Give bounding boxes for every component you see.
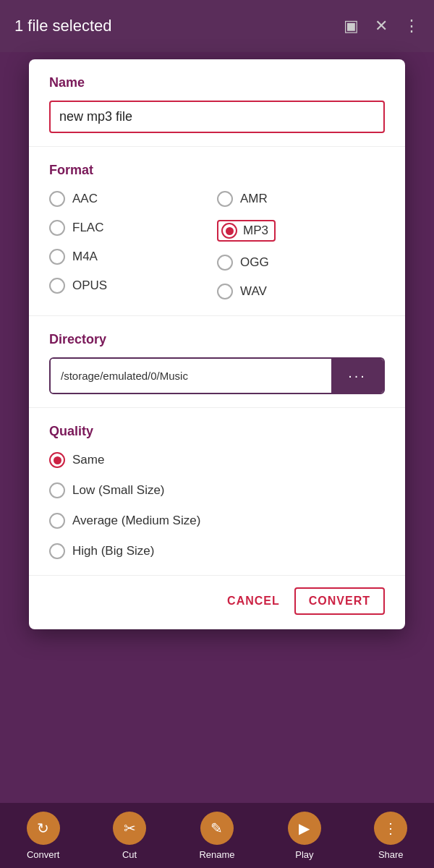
- browse-dots-icon: ···: [348, 367, 367, 384]
- format-option-flac[interactable]: FLAC: [49, 217, 217, 239]
- format-opus-label: OPUS: [72, 278, 107, 293]
- format-section: Format AAC FLAC M4A: [29, 147, 405, 316]
- action-row: CANCEL CONVERT: [29, 576, 405, 629]
- radio-wav[interactable]: [217, 284, 233, 299]
- quality-same-label: Same: [72, 453, 104, 467]
- format-mp3-label: MP3: [243, 224, 268, 238]
- convert-button[interactable]: CONVERT: [294, 587, 385, 615]
- radio-opus[interactable]: [49, 278, 65, 294]
- format-option-wav[interactable]: WAV: [217, 281, 385, 302]
- quality-list: Same Low (Small Size) Average (Medium Si…: [49, 449, 385, 562]
- mp3-selected-box[interactable]: MP3: [217, 220, 276, 242]
- quality-average-label: Average (Medium Size): [72, 514, 200, 528]
- format-label: Format: [49, 163, 385, 178]
- top-bar-title: 1 file selected: [14, 17, 112, 35]
- close-icon[interactable]: ✕: [375, 17, 388, 35]
- quality-section: Quality Same Low (Small Size) Average (M…: [29, 408, 405, 576]
- quality-option-high[interactable]: High (Big Size): [49, 540, 385, 562]
- format-grid: AAC FLAC M4A OPUS: [49, 188, 385, 302]
- directory-label: Directory: [49, 332, 385, 347]
- radio-mp3[interactable]: [221, 223, 237, 239]
- more-icon[interactable]: ⋮: [404, 17, 420, 35]
- format-ogg-label: OGG: [240, 255, 269, 270]
- modal-backdrop: Name Format AAC FLAC: [0, 52, 434, 868]
- radio-m4a[interactable]: [49, 249, 65, 265]
- radio-same-inner: [54, 456, 61, 464]
- radio-average[interactable]: [49, 513, 65, 529]
- format-flac-label: FLAC: [72, 221, 103, 235]
- quality-high-label: High (Big Size): [72, 544, 154, 558]
- radio-same[interactable]: [49, 452, 65, 468]
- format-amr-label: AMR: [240, 192, 268, 206]
- directory-section: Directory /storage/emulated/0/Music ···: [29, 316, 405, 408]
- checkbox-icon[interactable]: ▣: [344, 17, 359, 35]
- format-wav-label: WAV: [240, 284, 267, 299]
- format-option-opus[interactable]: OPUS: [49, 275, 217, 297]
- radio-low[interactable]: [49, 482, 65, 498]
- name-input[interactable]: [49, 101, 385, 133]
- radio-ogg[interactable]: [217, 255, 233, 271]
- radio-amr[interactable]: [217, 191, 233, 207]
- format-option-amr[interactable]: AMR: [217, 188, 385, 210]
- format-option-mp3[interactable]: MP3: [217, 217, 385, 244]
- format-option-m4a[interactable]: M4A: [49, 246, 217, 268]
- name-section: Name: [29, 59, 405, 147]
- quality-option-average[interactable]: Average (Medium Size): [49, 510, 385, 532]
- format-aac-label: AAC: [72, 192, 98, 206]
- directory-browse-button[interactable]: ···: [331, 359, 383, 393]
- top-bar: 1 file selected ▣ ✕ ⋮: [0, 0, 434, 52]
- quality-option-low[interactable]: Low (Small Size): [49, 480, 385, 501]
- quality-option-same[interactable]: Same: [49, 449, 385, 471]
- name-label: Name: [49, 75, 385, 90]
- format-option-ogg[interactable]: OGG: [217, 252, 385, 273]
- radio-mp3-inner: [226, 227, 234, 235]
- directory-path: /storage/emulated/0/Music: [51, 359, 331, 393]
- radio-flac[interactable]: [49, 220, 65, 236]
- quality-label: Quality: [49, 424, 385, 439]
- top-bar-icons: ▣ ✕ ⋮: [344, 17, 420, 35]
- cancel-button[interactable]: CANCEL: [227, 595, 280, 608]
- format-option-aac[interactable]: AAC: [49, 188, 217, 210]
- format-m4a-label: M4A: [72, 250, 98, 264]
- radio-aac[interactable]: [49, 191, 65, 207]
- quality-low-label: Low (Small Size): [72, 483, 165, 498]
- convert-modal: Name Format AAC FLAC: [29, 59, 405, 629]
- radio-high[interactable]: [49, 543, 65, 559]
- directory-row: /storage/emulated/0/Music ···: [49, 357, 385, 394]
